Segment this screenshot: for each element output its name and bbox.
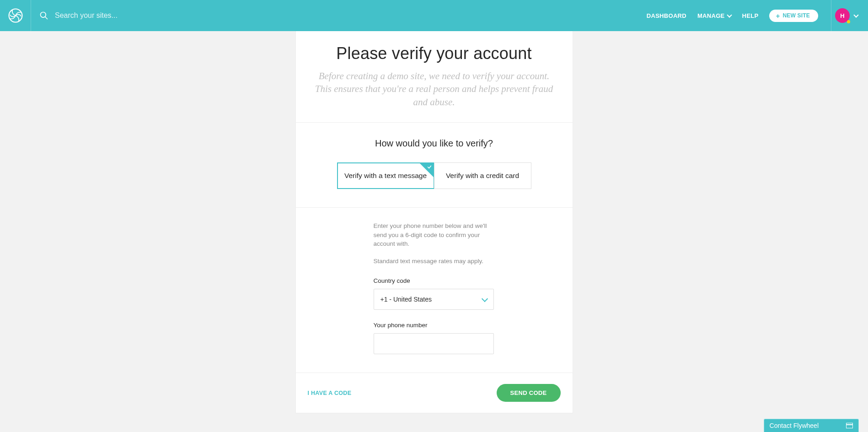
verify-card: Please verify your account Before creati… [296,31,573,413]
have-code-link[interactable]: I HAVE A CODE [308,390,352,396]
nav-dashboard[interactable]: DASHBOARD [647,12,686,19]
search-icon [39,11,48,20]
send-code-button[interactable]: SEND CODE [497,384,561,402]
card-footer: I HAVE A CODE SEND CODE [296,373,573,413]
divider [831,0,831,31]
chevron-down-icon [481,296,488,302]
contact-label: Contact Flywheel [770,422,819,429]
check-icon [427,165,432,169]
phone-form: Enter your phone number below and we'll … [296,208,573,368]
main-header: DASHBOARD MANAGE HELP + NEW SITE H [0,0,868,31]
instructions-2: Standard text message rates may apply. [374,257,497,266]
user-menu[interactable]: H [835,8,858,23]
option-card-label: Verify with a credit card [446,172,519,180]
new-site-button[interactable]: + NEW SITE [769,10,818,22]
primary-nav: DASHBOARD MANAGE HELP + NEW SITE [647,10,818,22]
avatar: H [835,8,850,23]
phone-number-label: Your phone number [374,322,554,329]
main-content: Please verify your account Before creati… [0,31,868,413]
instructions-1: Enter your phone number below and we'll … [374,221,497,248]
verify-method-toggle: Verify with a text message Verify with a… [314,162,554,189]
search-input[interactable] [55,11,238,20]
search [39,11,647,20]
country-code-select[interactable]: +1 - United States [374,289,494,310]
avatar-initial: H [840,12,844,19]
how-title: How would you like to verify? [314,138,554,149]
svg-line-2 [45,17,48,19]
option-credit-card[interactable]: Verify with a credit card [434,162,531,189]
flywheel-logo-icon [8,8,23,23]
page-subtitle: Before creating a demo site, we need to … [314,70,554,108]
phone-number-input-wrap [374,333,494,354]
window-icon [846,423,853,428]
notification-dot-icon [847,20,850,23]
plus-icon: + [776,12,780,19]
logo[interactable] [0,0,31,31]
chevron-down-icon [727,12,732,17]
nav-manage-label: MANAGE [697,12,725,19]
country-code-value: +1 - United States [380,296,432,303]
nav-help[interactable]: HELP [742,12,759,19]
option-text-message[interactable]: Verify with a text message [337,162,434,189]
contact-widget[interactable]: Contact Flywheel [764,419,859,432]
option-text-label: Verify with a text message [344,172,427,180]
chevron-down-icon [853,12,858,17]
country-code-label: Country code [374,277,554,284]
page-title: Please verify your account [314,44,554,63]
nav-manage[interactable]: MANAGE [697,12,731,19]
new-site-label: NEW SITE [782,12,810,19]
phone-number-input[interactable] [380,334,487,354]
